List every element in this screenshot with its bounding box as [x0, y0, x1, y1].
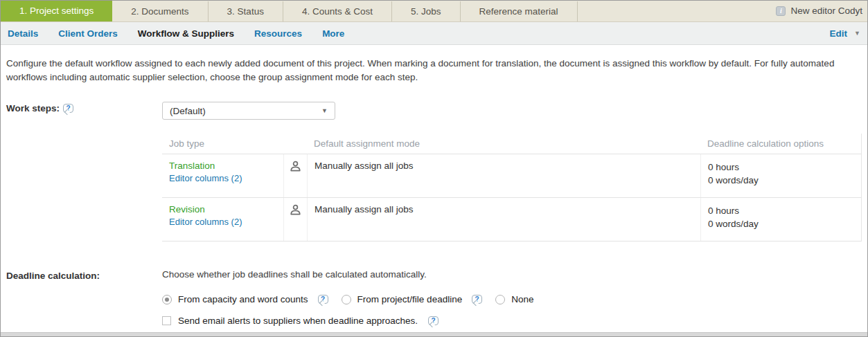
dropdown-value: (Default) — [170, 106, 206, 116]
deadline-description: Choose whether job deadlines shall be ca… — [162, 269, 547, 280]
work-steps-label: Work steps: — [6, 103, 60, 113]
new-editor-notification[interactable]: i New editor Codyt — [776, 0, 867, 21]
tab-project-settings[interactable]: 1. Project settings — [1, 0, 112, 21]
chevron-down-icon: ▼ — [854, 30, 860, 37]
tab-jobs[interactable]: 5. Jobs — [392, 1, 461, 21]
email-alert-row: Send email alerts to suppliers when dead… — [162, 316, 547, 326]
email-alert-label[interactable]: Send email alerts to suppliers when dead… — [178, 316, 418, 326]
radio-capacity-word-counts[interactable] — [162, 295, 172, 304]
nav-client-orders[interactable]: Client Orders — [58, 28, 118, 39]
header-deadline-options: Deadline calculation options — [700, 138, 862, 149]
tab-counts-cost[interactable]: 4. Counts & Cost — [283, 1, 392, 21]
deadline-options-value: 0 hours 0 words/day — [700, 154, 862, 197]
radio-none[interactable] — [495, 295, 505, 304]
email-alert-checkbox[interactable] — [162, 316, 171, 325]
deadline-options-value: 0 hours 0 words/day — [700, 198, 862, 241]
table-header-row: Job type Default assignment mode Deadlin… — [162, 134, 861, 154]
work-steps-section: Work steps:? (Default) ▼ Job type Defaul… — [6, 102, 860, 242]
radio-label[interactable]: From capacity and word counts — [178, 294, 308, 304]
job-type-translation[interactable]: Translation — [169, 161, 215, 171]
header-assignment-mode: Default assignment mode — [307, 138, 700, 149]
help-icon[interactable]: ? — [472, 295, 482, 304]
deadline-calculation-section: Deadline calculation: Choose whether job… — [6, 269, 860, 326]
chevron-down-icon: ▼ — [321, 108, 328, 114]
edit-label: Edit — [830, 28, 848, 39]
deadline-words: 0 words/day — [708, 217, 855, 230]
tab-reference-material[interactable]: Reference material — [461, 1, 578, 21]
nav-workflow-suppliers[interactable]: Workflow & Suppliers — [138, 28, 234, 39]
top-tab-bar: 1. Project settings 2. Documents 3. Stat… — [1, 1, 867, 22]
assignment-mode-value: Manually assign all jobs — [307, 154, 700, 197]
help-icon[interactable]: ? — [63, 104, 73, 113]
bottom-divider — [1, 332, 867, 336]
editor-columns-link[interactable]: Editor columns (2) — [169, 217, 276, 227]
workflow-intro-text: Configure the default workflow assigned … — [6, 57, 860, 84]
radio-project-file-deadline[interactable] — [342, 295, 351, 304]
person-icon — [290, 163, 301, 174]
nav-more[interactable]: More — [322, 28, 344, 39]
radio-option-none: None — [495, 294, 533, 304]
deadline-calculation-label: Deadline calculation: — [6, 271, 100, 281]
project-settings-page: 1. Project settings 2. Documents 3. Stat… — [0, 0, 868, 337]
section-nav: Details Client Orders Workflow & Supplie… — [1, 22, 867, 45]
deadline-words: 0 words/day — [708, 174, 855, 187]
radio-label[interactable]: From project/file deadline — [357, 294, 463, 304]
deadline-hours: 0 hours — [708, 161, 855, 174]
workflow-row-revision: Revision Editor columns (2) Manua — [162, 198, 861, 242]
header-job-type: Job type — [162, 138, 283, 149]
assignment-mode-value: Manually assign all jobs — [307, 198, 700, 241]
help-icon[interactable]: ? — [428, 316, 439, 325]
radio-label[interactable]: None — [511, 294, 533, 304]
radio-option-capacity: From capacity and word counts ? — [162, 294, 328, 304]
content-area: Configure the default workflow assigned … — [1, 45, 867, 326]
deadline-mode-radio-group: From capacity and word counts ? From pro… — [162, 294, 547, 304]
nav-resources[interactable]: Resources — [254, 28, 302, 39]
radio-option-project-deadline: From project/file deadline ? — [342, 294, 483, 304]
job-type-revision[interactable]: Revision — [169, 204, 205, 215]
editor-columns-link[interactable]: Editor columns (2) — [169, 173, 276, 183]
workflow-table: Job type Default assignment mode Deadlin… — [162, 134, 862, 242]
edit-menu-button[interactable]: Edit ▼ — [830, 28, 860, 39]
notification-text: New editor Codyt — [790, 6, 862, 16]
workflow-template-dropdown[interactable]: (Default) ▼ — [162, 102, 335, 120]
nav-details[interactable]: Details — [8, 28, 38, 39]
person-icon — [290, 207, 301, 217]
tab-status[interactable]: 3. Status — [209, 1, 283, 21]
help-icon[interactable]: ? — [318, 295, 328, 304]
deadline-hours: 0 hours — [708, 204, 855, 217]
workflow-row-translation: Translation Editor columns (2) Ma — [162, 154, 861, 198]
tab-documents[interactable]: 2. Documents — [112, 1, 208, 21]
info-icon[interactable]: i — [776, 6, 786, 16]
